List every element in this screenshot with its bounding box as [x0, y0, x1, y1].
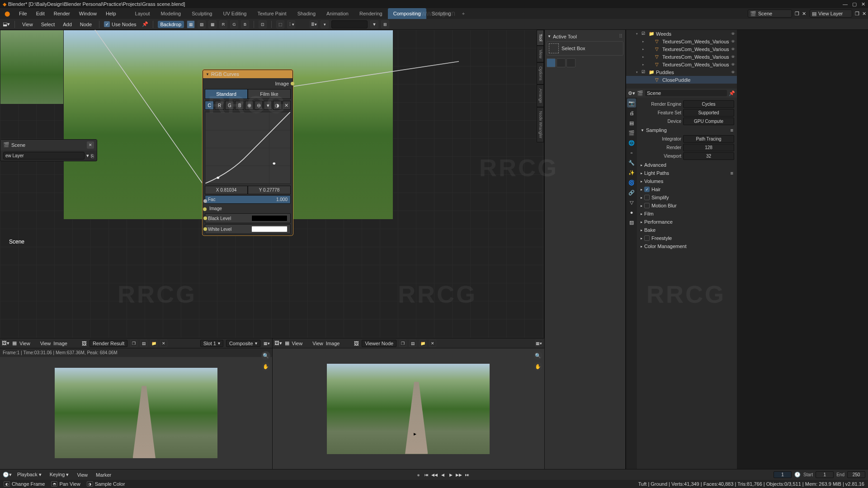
viewer-node-select[interactable]: Viewer Node [362, 340, 396, 347]
sect-hair[interactable]: ▸✓Hair [640, 185, 734, 193]
tab-nodewrangler[interactable]: Node Wrangler [537, 107, 544, 142]
editor-type-icon[interactable]: 🕒▾ [3, 472, 12, 478]
hdr-select[interactable]: Select [38, 21, 58, 28]
tab-modifier-icon[interactable]: 🔧 [627, 158, 636, 167]
sect-film[interactable]: ▸Film [640, 210, 734, 218]
editor-type-icon[interactable]: ⬓▾ [3, 21, 10, 27]
menu-render[interactable]: Render [49, 8, 75, 19]
tab-world-icon[interactable]: 🌐 [627, 138, 636, 147]
display-icon[interactable]: ▦▾ [263, 340, 270, 347]
img-menu-view[interactable]: View [292, 341, 303, 346]
curve-widget[interactable] [205, 112, 291, 184]
scene-del-icon[interactable]: ✕ [800, 11, 808, 17]
chevron-down-icon[interactable]: ▾ [264, 101, 272, 110]
sect-lightpaths[interactable]: ▸Light Paths≡ [640, 169, 734, 177]
preset-icon[interactable]: ≡ [731, 127, 733, 133]
magnify-icon[interactable]: 🔍 [261, 351, 270, 360]
layer-del-icon[interactable]: ✕ [860, 11, 868, 17]
sect-freestyle[interactable]: ▸Freestyle [640, 234, 734, 242]
sect-volumes[interactable]: ▸Volumes [640, 177, 734, 185]
output-socket[interactable] [291, 82, 294, 85]
mode-icon[interactable]: ▦ [12, 340, 17, 346]
active-tool-header[interactable]: ▼ Active Tool ⠿ [547, 32, 623, 41]
img-menu-view2[interactable]: View [312, 341, 323, 346]
ws-layout[interactable]: Layout [130, 8, 156, 19]
outliner-row[interactable]: ▸▽TexturesCom_Weeds_Various06_5👁 [626, 53, 737, 61]
channel-color-icon[interactable]: ▨ [198, 20, 206, 28]
sect-advanced[interactable]: ▸Advanced [640, 161, 734, 169]
hdr-node[interactable]: Node [77, 21, 94, 28]
tab-options[interactable]: Options [537, 62, 544, 84]
next-key-icon[interactable]: ▶▶ [455, 471, 462, 479]
autokey-icon[interactable]: ● [417, 472, 420, 478]
viewlayer-field[interactable]: ew Layer [3, 152, 85, 160]
chan-c[interactable]: C [205, 101, 214, 110]
tab-arrange[interactable]: Arrange [537, 84, 544, 107]
channel-combined-icon[interactable]: ▦ [187, 20, 195, 28]
viewport-samples[interactable]: 32 [683, 152, 734, 160]
outliner-mode-icon[interactable]: ▾ [321, 20, 329, 28]
chan-r[interactable]: R [215, 101, 224, 110]
pass-select[interactable]: Composite ▾ [226, 340, 260, 347]
fac-input[interactable]: Fac 1.000 [205, 195, 291, 204]
sync-icon[interactable]: 🕐 [794, 472, 801, 478]
outliner-type-icon[interactable]: ≣▾ [310, 20, 318, 28]
sect-bake[interactable]: ▸Bake [640, 226, 734, 234]
render-result-select[interactable]: Render Result [90, 340, 127, 347]
browse-icon[interactable]: ❐ [130, 340, 137, 347]
rgb-curves-node[interactable]: ▼ RGB Curves Image Standard Film like C … [203, 70, 293, 235]
chevron-down-icon[interactable]: ▾ [86, 153, 89, 159]
tab-viewlayer-icon[interactable]: ▤ [627, 118, 636, 127]
ws-sculpting[interactable]: Sculpting [186, 8, 217, 19]
tab-particle-icon[interactable]: ✨ [627, 168, 636, 177]
scene-name[interactable]: Scene [645, 90, 727, 96]
tab-scene-icon[interactable]: 🎬 [627, 128, 636, 137]
sect-colormgmt[interactable]: ▸Color Management [640, 242, 734, 250]
pin-icon[interactable]: 📌 [142, 21, 148, 27]
tl-marker[interactable]: Marker [93, 471, 114, 479]
img-menu-image[interactable]: Image [326, 341, 340, 346]
outliner-row[interactable]: ▽ClosePuddle [626, 76, 737, 84]
collapse-icon[interactable]: ▼ [547, 34, 551, 38]
img-icon[interactable]: 🖼 [82, 341, 87, 346]
menu-edit[interactable]: Edit [32, 8, 49, 19]
editor-type-icon[interactable]: 🖼▾ [2, 340, 9, 346]
minimize-icon[interactable]: — [843, 1, 848, 7]
pin-icon[interactable]: 📌 [729, 90, 735, 96]
zoom-in-icon[interactable]: ⊕ [245, 101, 254, 110]
render-samples[interactable]: 128 [683, 144, 734, 151]
grip-icon[interactable]: ⠿ [619, 33, 623, 39]
open-icon[interactable]: 📁 [419, 340, 426, 347]
play-icon[interactable]: ▶ [447, 471, 454, 479]
browse-icon[interactable]: ❐ [399, 340, 406, 347]
select-set-icon[interactable] [547, 58, 556, 67]
outliner-search[interactable] [331, 20, 368, 28]
menu-file[interactable]: File [14, 8, 32, 19]
outliner-row[interactable]: ▾☑📁Weeds👁 [626, 30, 737, 38]
collapse-icon[interactable]: ▼ [206, 72, 209, 76]
image-input[interactable]: Image [205, 205, 291, 212]
node-title[interactable]: ▼ RGB Curves [203, 70, 292, 78]
black-swatch[interactable] [251, 215, 288, 221]
img-menu-image[interactable]: Image [53, 341, 67, 346]
menu-help[interactable]: Help [101, 8, 121, 19]
outliner-row[interactable]: ▸▽TexturesCom_Weeds_Various06_5👁 [626, 45, 737, 53]
zoom-out-icon[interactable]: ⊖ [255, 101, 263, 110]
maximize-icon[interactable]: ▢ [852, 1, 857, 7]
ws-add[interactable]: + [457, 8, 470, 19]
ws-uv[interactable]: UV Editing [217, 8, 252, 19]
ws-texpaint[interactable]: Texture Paint [252, 8, 292, 19]
tl-view[interactable]: View [74, 471, 90, 479]
close-icon[interactable]: ✕ [861, 1, 865, 7]
white-level-input[interactable]: White Level [205, 224, 291, 234]
new-icon[interactable]: ▤ [409, 340, 416, 347]
clip-icon[interactable]: ◑ [273, 101, 282, 110]
display-icon[interactable]: ▦▾ [535, 340, 542, 347]
ws-modeling[interactable]: Modeling [156, 8, 187, 19]
backdrop-toggle[interactable]: Backdrop [158, 21, 184, 28]
close-icon[interactable]: ✕ [87, 141, 94, 149]
start-frame[interactable]: 1 [816, 471, 834, 478]
select-subtract-icon[interactable] [566, 58, 576, 67]
play-rev-icon[interactable]: ◀ [439, 471, 446, 479]
tab-constraint-icon[interactable]: 🔗 [627, 188, 636, 197]
